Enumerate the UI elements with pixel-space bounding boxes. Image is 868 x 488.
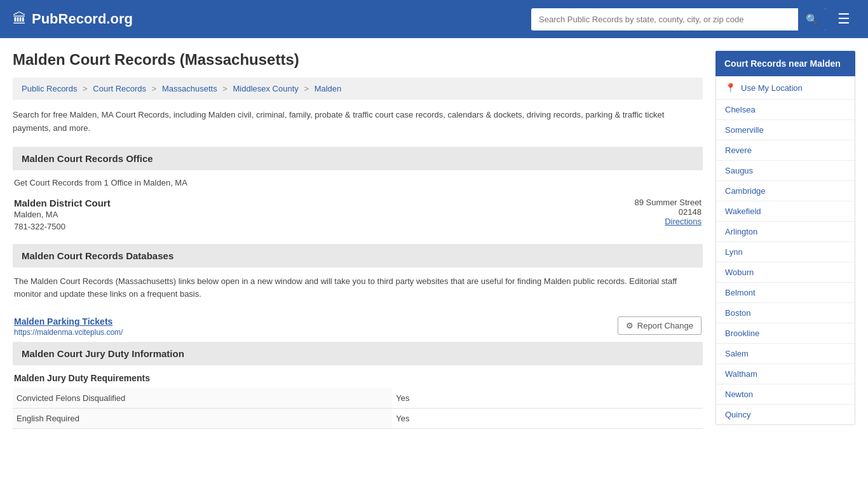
breadcrumb: Public Records > Court Records > Massach… xyxy=(13,78,703,100)
menu-button[interactable]: ☰ xyxy=(832,8,855,30)
sidebar-item[interactable]: Quincy xyxy=(716,405,855,424)
search-icon: 🔍 xyxy=(806,14,818,25)
breadcrumb-malden[interactable]: Malden xyxy=(315,84,342,93)
intro-text: Search for free Malden, MA Court Records… xyxy=(13,109,703,135)
sidebar-title: Court Records near Malden xyxy=(715,51,855,76)
sidebar-item[interactable]: Boston xyxy=(716,303,855,323)
logo[interactable]: 🏛 PubRecord.org xyxy=(13,11,133,27)
jury-section-header: Malden Court Jury Duty Information xyxy=(13,342,703,365)
office-address-line2: 02148 xyxy=(635,207,702,217)
jury-requirement: English Required xyxy=(13,409,392,429)
db-item: Malden Parking Tickets https://maldenma.… xyxy=(13,311,703,342)
sidebar-list: 📍 Use My Location ChelseaSomervilleRever… xyxy=(715,76,855,425)
sidebar-use-location[interactable]: 📍 Use My Location xyxy=(716,76,855,100)
db-item-left: Malden Parking Tickets https://maldenma.… xyxy=(14,316,123,337)
breadcrumb-sep-4: > xyxy=(304,84,309,93)
jury-value: Yes xyxy=(392,409,703,429)
jury-value: Yes xyxy=(392,388,703,409)
header-right: 🔍 ☰ xyxy=(531,8,855,30)
sidebar-item[interactable]: Newton xyxy=(716,384,855,405)
report-change-icon: ⚙ xyxy=(626,321,634,330)
hamburger-icon: ☰ xyxy=(837,11,850,27)
directions-link[interactable]: Directions xyxy=(665,217,702,226)
office-city-state: Malden, MA xyxy=(14,210,111,219)
sidebar-item[interactable]: Salem xyxy=(716,344,855,364)
search-button[interactable]: 🔍 xyxy=(798,8,826,30)
jury-sub-header: Malden Jury Duty Requirements xyxy=(13,373,703,383)
office-left: Malden District Court Malden, MA 781-322… xyxy=(14,198,111,231)
office-section-header: Malden Court Records Office xyxy=(13,147,703,170)
sidebar-item[interactable]: Revere xyxy=(716,140,855,161)
sidebar: Court Records near Malden 📍 Use My Locat… xyxy=(715,51,855,429)
content-area: Malden Court Records (Massachusetts) Pub… xyxy=(13,51,703,429)
use-location-label: Use My Location xyxy=(741,83,803,93)
sidebar-item[interactable]: Chelsea xyxy=(716,100,855,120)
page-title: Malden Court Records (Massachusetts) xyxy=(13,51,703,69)
office-name: Malden District Court xyxy=(14,198,111,208)
breadcrumb-sep-3: > xyxy=(222,84,227,93)
sidebar-item[interactable]: Cambridge xyxy=(716,181,855,201)
breadcrumb-sep-2: > xyxy=(152,84,157,93)
table-row: English RequiredYes xyxy=(13,409,703,429)
sidebar-item[interactable]: Lynn xyxy=(716,242,855,262)
breadcrumb-massachusetts[interactable]: Massachusetts xyxy=(162,84,217,93)
search-input[interactable] xyxy=(531,10,798,29)
breadcrumb-public-records[interactable]: Public Records xyxy=(22,84,77,93)
sidebar-item[interactable]: Brookline xyxy=(716,323,855,344)
breadcrumb-middlesex[interactable]: Middlesex County xyxy=(233,84,298,93)
office-phone: 781-322-7500 xyxy=(14,222,111,231)
db-item-url[interactable]: https://maldenma.vciteplus.com/ xyxy=(14,328,123,337)
breadcrumb-court-records[interactable]: Court Records xyxy=(93,84,146,93)
main-container: Malden Court Records (Massachusetts) Pub… xyxy=(0,38,868,442)
office-sub-text: Get Court Records from 1 Office in Malde… xyxy=(13,178,703,187)
office-row: Malden District Court Malden, MA 781-322… xyxy=(14,198,702,231)
office-address-line1: 89 Summer Street xyxy=(635,198,702,207)
location-icon: 📍 xyxy=(725,83,736,93)
databases-intro: The Malden Court Records (Massachusetts)… xyxy=(13,275,703,302)
report-change-label: Report Change xyxy=(637,321,693,330)
report-change-button[interactable]: ⚙ Report Change xyxy=(618,316,702,335)
sidebar-item[interactable]: Arlington xyxy=(716,222,855,242)
databases-section-header: Malden Court Records Databases xyxy=(13,244,703,268)
sidebar-item[interactable]: Belmont xyxy=(716,283,855,303)
sidebar-nearby-list: ChelseaSomervilleRevereSaugusCambridgeWa… xyxy=(716,100,855,424)
sidebar-item[interactable]: Woburn xyxy=(716,262,855,283)
logo-text: PubRecord.org xyxy=(32,11,133,27)
sidebar-item[interactable]: Saugus xyxy=(716,161,855,181)
table-row: Convicted Felons DisqualifiedYes xyxy=(13,388,703,409)
office-block: Malden District Court Malden, MA 781-322… xyxy=(13,198,703,231)
breadcrumb-sep-1: > xyxy=(83,84,88,93)
logo-icon: 🏛 xyxy=(13,11,27,27)
office-right: 89 Summer Street 02148 Directions xyxy=(635,198,702,226)
site-header: 🏛 PubRecord.org 🔍 ☰ xyxy=(0,0,868,38)
db-item-name[interactable]: Malden Parking Tickets xyxy=(14,316,123,327)
jury-requirement: Convicted Felons Disqualified xyxy=(13,388,392,409)
sidebar-item[interactable]: Somerville xyxy=(716,120,855,140)
search-wrapper: 🔍 xyxy=(531,8,826,30)
jury-table: Convicted Felons DisqualifiedYesEnglish … xyxy=(13,388,703,429)
sidebar-item[interactable]: Wakefield xyxy=(716,201,855,222)
sidebar-item[interactable]: Waltham xyxy=(716,364,855,384)
